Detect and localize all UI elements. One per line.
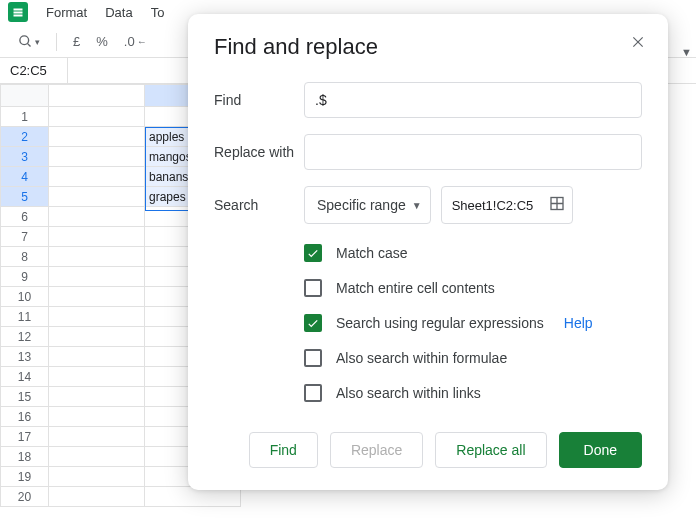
search-label: Search: [214, 197, 304, 213]
menu-data[interactable]: Data: [105, 5, 132, 20]
cell[interactable]: [49, 187, 145, 207]
cell[interactable]: [49, 267, 145, 287]
svg-point-0: [20, 36, 29, 45]
row-header[interactable]: 17: [1, 427, 49, 447]
match-case-label: Match case: [336, 245, 408, 261]
find-replace-dialog: Find and replace Find Replace with Searc…: [188, 14, 668, 490]
cell[interactable]: [49, 287, 145, 307]
row-header[interactable]: 3: [1, 147, 49, 167]
regex-label: Search using regular expressions: [336, 315, 544, 331]
search-scope-dropdown[interactable]: Specific range ▼: [304, 186, 431, 224]
match-case-checkbox[interactable]: [304, 244, 322, 262]
select-all-cell[interactable]: [1, 85, 49, 107]
match-entire-cell-label: Match entire cell contents: [336, 280, 495, 296]
replace-all-button[interactable]: Replace all: [435, 432, 546, 468]
sheets-logo-icon: [8, 2, 28, 22]
svg-line-1: [27, 43, 30, 46]
row-header[interactable]: 2: [1, 127, 49, 147]
cell[interactable]: [49, 307, 145, 327]
cell[interactable]: [49, 327, 145, 347]
row-header[interactable]: 5: [1, 187, 49, 207]
row-header[interactable]: 11: [1, 307, 49, 327]
decrease-decimal-button[interactable]: .0←: [120, 32, 151, 51]
match-entire-cell-checkbox[interactable]: [304, 279, 322, 297]
cell[interactable]: [49, 167, 145, 187]
cell[interactable]: [49, 447, 145, 467]
search-formulae-label: Also search within formulae: [336, 350, 507, 366]
cell[interactable]: [49, 107, 145, 127]
row-header[interactable]: 6: [1, 207, 49, 227]
cell[interactable]: [49, 247, 145, 267]
row-header[interactable]: 7: [1, 227, 49, 247]
row-header[interactable]: 12: [1, 327, 49, 347]
row-header[interactable]: 18: [1, 447, 49, 467]
cell[interactable]: [49, 467, 145, 487]
name-box[interactable]: C2:C5: [0, 58, 68, 83]
menu-format[interactable]: Format: [46, 5, 87, 20]
row-header[interactable]: 14: [1, 367, 49, 387]
row-header[interactable]: 8: [1, 247, 49, 267]
row-header[interactable]: 1: [1, 107, 49, 127]
cell[interactable]: [49, 427, 145, 447]
replace-label: Replace with: [214, 144, 304, 160]
select-range-icon[interactable]: [549, 196, 565, 215]
toolbar-overflow-icon[interactable]: ▼: [681, 46, 692, 58]
cell[interactable]: [49, 227, 145, 247]
cell[interactable]: [49, 207, 145, 227]
row-header[interactable]: 19: [1, 467, 49, 487]
row-header[interactable]: 15: [1, 387, 49, 407]
regex-checkbox[interactable]: [304, 314, 322, 332]
row-header[interactable]: 10: [1, 287, 49, 307]
search-links-checkbox[interactable]: [304, 384, 322, 402]
cell[interactable]: [49, 147, 145, 167]
find-label: Find: [214, 92, 304, 108]
replace-input[interactable]: [304, 134, 642, 170]
regex-help-link[interactable]: Help: [564, 315, 593, 331]
cell[interactable]: [49, 347, 145, 367]
row-header[interactable]: 16: [1, 407, 49, 427]
chevron-down-icon: ▼: [412, 200, 422, 211]
menu-tools-truncated[interactable]: To: [151, 5, 165, 20]
col-header-b[interactable]: [49, 85, 145, 107]
cell[interactable]: [49, 387, 145, 407]
done-button[interactable]: Done: [559, 432, 642, 468]
search-formulae-checkbox[interactable]: [304, 349, 322, 367]
cell[interactable]: [49, 367, 145, 387]
row-header[interactable]: 9: [1, 267, 49, 287]
dialog-title: Find and replace: [214, 34, 642, 60]
cell[interactable]: [49, 407, 145, 427]
find-input[interactable]: [304, 82, 642, 118]
close-icon[interactable]: [628, 32, 648, 52]
replace-button[interactable]: Replace: [330, 432, 423, 468]
currency-format-button[interactable]: £: [69, 32, 84, 51]
search-icon[interactable]: ▾: [14, 32, 44, 51]
search-links-label: Also search within links: [336, 385, 481, 401]
row-header[interactable]: 4: [1, 167, 49, 187]
row-header[interactable]: 20: [1, 487, 49, 507]
cell[interactable]: [49, 127, 145, 147]
percent-format-button[interactable]: %: [92, 32, 112, 51]
cell[interactable]: [49, 487, 145, 507]
find-button[interactable]: Find: [249, 432, 318, 468]
row-header[interactable]: 13: [1, 347, 49, 367]
